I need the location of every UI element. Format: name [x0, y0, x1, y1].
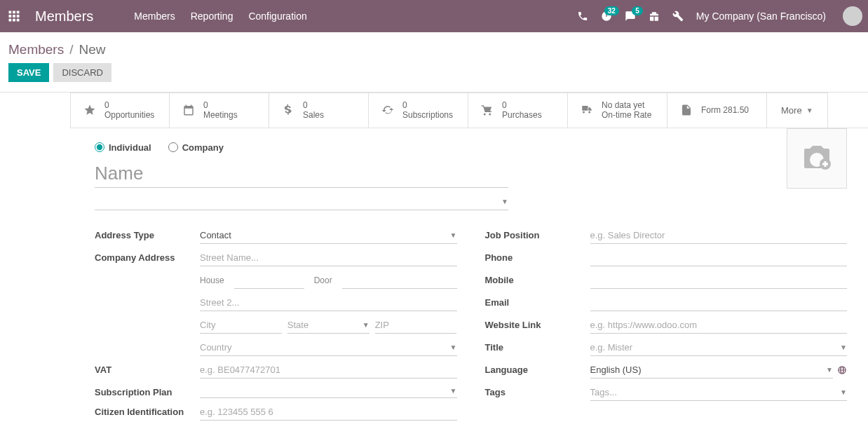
label-language: Language — [485, 362, 590, 375]
navbar-right: 32 5 My Company (San Francisco) — [577, 6, 862, 26]
label-house: House — [200, 275, 224, 285]
globe-icon[interactable] — [837, 365, 847, 375]
input-mobile[interactable] — [590, 272, 848, 289]
label-company-address: Company Address — [95, 250, 200, 263]
select-country[interactable]: Country▼ — [200, 339, 457, 356]
label-door: Door — [314, 275, 332, 285]
svg-rect-0 — [9, 11, 12, 14]
input-job-position[interactable] — [590, 227, 848, 244]
radio-individual[interactable]: Individual — [95, 142, 151, 153]
stat-form281[interactable]: Form 281.50 — [667, 93, 767, 128]
label-mobile: Mobile — [485, 272, 590, 285]
messages-icon[interactable]: 5 — [625, 11, 636, 22]
stat-meetings[interactable]: 0Meetings — [170, 93, 269, 128]
form-area: 0Opportunities 0Meetings 0Sales 0Subscri… — [0, 93, 868, 436]
dollar-icon — [280, 104, 296, 116]
caret-down-icon: ▼ — [501, 198, 508, 205]
fields-grid: Address Type Contact▼ Company Address Ho… — [95, 227, 847, 426]
stat-buttons-row: 0Opportunities 0Meetings 0Sales 0Subscri… — [70, 93, 868, 128]
label-website: Website Link — [485, 317, 590, 330]
svg-rect-1 — [13, 11, 15, 14]
apps-menu-icon[interactable] — [6, 8, 22, 25]
nav-link-configuration[interactable]: Configuration — [248, 11, 306, 22]
input-phone[interactable] — [590, 250, 848, 266]
phone-icon[interactable] — [577, 11, 588, 22]
label-subscription-plan: Subscription Plan — [95, 384, 200, 397]
svg-rect-7 — [13, 19, 15, 22]
document-icon — [679, 104, 694, 116]
stat-purchases[interactable]: 0Purchases — [468, 93, 568, 128]
top-navbar: Members Members Reporting Configuration … — [0, 0, 868, 32]
select-language[interactable]: English (US)▼ — [590, 362, 834, 379]
stat-opportunities[interactable]: 0Opportunities — [70, 93, 170, 128]
discard-button[interactable]: DISCARD — [53, 63, 111, 82]
stat-subscriptions[interactable]: 0Subscriptions — [369, 93, 468, 128]
nav-link-reporting[interactable]: Reporting — [191, 11, 233, 22]
breadcrumb-current: New — [79, 42, 105, 57]
nav-link-members[interactable]: Members — [134, 11, 175, 22]
select-address-type[interactable]: Contact▼ — [200, 227, 457, 244]
action-row: SAVE DISCARD — [0, 63, 868, 92]
cart-icon — [480, 104, 495, 116]
breadcrumb-sep: / — [69, 42, 73, 57]
breadcrumb: Members / New — [0, 32, 868, 63]
company-switcher[interactable]: My Company (San Francisco) — [696, 11, 826, 22]
label-citizen-id: Citizen Identification — [95, 404, 200, 417]
select-title[interactable]: e.g. Mister▼ — [590, 339, 848, 356]
activities-icon[interactable]: 32 — [601, 11, 612, 22]
select-subscription-plan[interactable]: ▼ — [200, 384, 457, 398]
stat-more[interactable]: More▼ — [767, 93, 828, 128]
col-right: Job Position Phone Mobile Email Website … — [485, 227, 848, 426]
stat-ontime[interactable]: No data yetOn-time Rate — [568, 93, 667, 128]
label-address-type: Address Type — [95, 227, 200, 240]
label-email: Email — [485, 294, 590, 308]
image-upload[interactable] — [787, 128, 847, 189]
navbar-left: Members Members Reporting Configuration — [6, 8, 307, 25]
stat-sales[interactable]: 0Sales — [269, 93, 369, 128]
company-select[interactable]: ▼ — [95, 193, 508, 210]
user-avatar[interactable] — [843, 6, 862, 26]
save-button[interactable]: SAVE — [8, 63, 49, 82]
app-title[interactable]: Members — [35, 8, 93, 25]
truck-icon — [579, 104, 595, 116]
calendar-icon — [181, 104, 196, 116]
label-job-position: Job Position — [485, 227, 590, 240]
input-door[interactable] — [342, 272, 457, 289]
select-state[interactable]: State▼ — [287, 317, 369, 334]
label-phone: Phone — [485, 250, 590, 263]
svg-rect-8 — [17, 19, 20, 22]
input-zip[interactable] — [375, 317, 457, 334]
radio-company[interactable]: Company — [168, 142, 224, 153]
refresh-icon — [380, 104, 395, 116]
chevron-down-icon: ▼ — [806, 107, 813, 114]
input-website[interactable] — [590, 317, 848, 334]
input-city[interactable] — [200, 317, 282, 334]
name-input[interactable] — [95, 160, 508, 188]
activities-badge: 32 — [604, 6, 619, 15]
svg-rect-3 — [9, 15, 12, 18]
input-email[interactable] — [590, 294, 848, 311]
svg-rect-6 — [9, 19, 12, 22]
input-street[interactable] — [200, 250, 457, 266]
breadcrumb-root[interactable]: Members — [8, 42, 64, 57]
nav-links: Members Reporting Configuration — [134, 11, 306, 22]
select-tags[interactable]: Tags...▼ — [590, 384, 848, 401]
label-tags: Tags — [485, 384, 590, 397]
label-title: Title — [485, 339, 590, 353]
input-citizen-id[interactable] — [200, 404, 457, 421]
gift-icon[interactable] — [649, 11, 660, 22]
input-vat[interactable] — [200, 362, 457, 379]
caret-icon: ▼ — [450, 231, 457, 239]
svg-rect-2 — [17, 11, 20, 14]
input-house[interactable] — [234, 272, 304, 289]
star-icon — [82, 104, 97, 116]
svg-rect-5 — [17, 15, 20, 18]
entity-type-radio: Individual Company — [95, 142, 847, 153]
svg-rect-4 — [13, 15, 15, 18]
col-left: Address Type Contact▼ Company Address Ho… — [95, 227, 457, 426]
tools-icon[interactable] — [672, 11, 684, 22]
label-vat: VAT — [95, 362, 200, 375]
messages-badge: 5 — [632, 6, 643, 15]
input-street2[interactable] — [200, 294, 457, 311]
form-body: Individual Company ▼ Address Type Contac… — [0, 128, 868, 426]
